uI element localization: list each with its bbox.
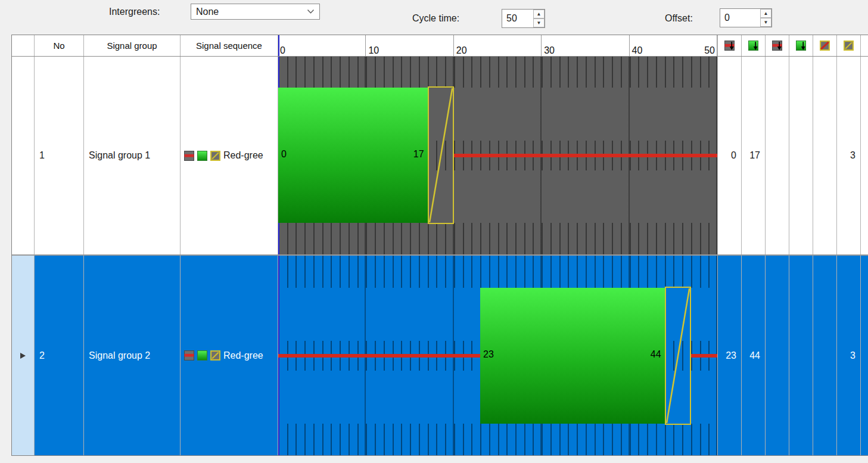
green-end-label: 44 — [651, 349, 661, 360]
chevron-down-icon — [307, 9, 315, 14]
row-1-timing-chart[interactable]: 017 — [278, 57, 718, 254]
second-ticks — [278, 57, 717, 88]
header-red-amber-duration — [813, 35, 837, 56]
row-1-green-end[interactable]: 17 — [742, 57, 766, 254]
header-no: No — [35, 35, 84, 56]
green-phase-icon — [197, 151, 207, 161]
red-phase-line[interactable] — [691, 354, 717, 358]
header-timeline-scale: 01020304050 — [278, 35, 718, 56]
row-2-green-end-2[interactable] — [789, 256, 813, 455]
cycle-time-spinner[interactable]: 50 ▲ ▼ — [502, 9, 545, 28]
row-1-filler — [861, 57, 868, 254]
row-1-no[interactable]: 1 — [35, 57, 84, 254]
timeline-tick-label: 30 — [544, 45, 555, 56]
red-phase-icon — [184, 350, 194, 361]
row-2-red-amber-duration[interactable] — [813, 256, 837, 455]
signal-row-1[interactable]: 1 Signal group 1 Red-gree 017 0 17 3 — [12, 57, 868, 256]
timeline-tick-label: 20 — [456, 45, 467, 56]
timeline-tick-label: 10 — [368, 45, 379, 56]
header-red-end-2 — [766, 35, 789, 56]
row-2-no[interactable]: 2 — [35, 256, 84, 455]
row-1-red-end-2[interactable] — [766, 57, 789, 254]
row-1-red-amber-duration[interactable] — [813, 57, 837, 254]
green-phase-icon — [197, 350, 207, 361]
red-phase-line[interactable] — [454, 154, 717, 157]
sequence-label: Red-gree — [223, 350, 263, 361]
header-signal-group: Signal group — [84, 35, 181, 56]
red-phase-icon — [184, 151, 194, 161]
timeline-tick-label: 0 — [280, 45, 285, 56]
row-1-green-end-2[interactable] — [789, 57, 813, 254]
timeline-tick-label: 50 — [704, 45, 715, 56]
row-2-timing-chart[interactable]: 2344 — [278, 256, 718, 455]
row-2-amber-duration[interactable]: 3 — [837, 256, 861, 455]
cycle-time-label: Cycle time: — [412, 13, 459, 24]
row-2-green-end[interactable]: 44 — [742, 256, 766, 455]
amber-phase-wedge[interactable] — [665, 287, 691, 425]
timeline-tick-label: 40 — [632, 45, 643, 56]
second-ticks — [278, 424, 717, 455]
amber-phase-icon — [210, 151, 220, 161]
red-phase-line[interactable] — [278, 354, 480, 358]
current-row-marker-icon — [20, 352, 26, 359]
green-start-label: 0 — [281, 149, 287, 160]
header-signal-sequence: Signal sequence — [181, 35, 278, 56]
sequence-label: Red-gree — [223, 150, 263, 161]
amber-phase-icon — [210, 350, 220, 361]
offset-down-button[interactable]: ▼ — [760, 18, 771, 27]
red-amber-duration-icon — [820, 41, 830, 51]
row-1-amber-duration[interactable]: 3 — [837, 57, 861, 254]
header-amber-duration — [837, 35, 861, 56]
cycle-time-up-button[interactable]: ▲ — [533, 10, 545, 18]
cycle-time-value[interactable]: 50 — [502, 10, 533, 27]
signal-program-grid: No Signal group Signal sequence 01020304… — [11, 35, 868, 456]
intergreens-label: Intergreens: — [109, 7, 160, 17]
row-2-red-end[interactable]: 23 — [718, 256, 742, 455]
green-phase-bar[interactable] — [480, 288, 665, 424]
red-end-2-icon — [772, 41, 782, 51]
green-phase-bar[interactable] — [278, 88, 428, 223]
offset-value[interactable]: 0 — [720, 9, 760, 27]
row-1-signal-group[interactable]: Signal group 1 — [84, 57, 181, 254]
amber-phase-wedge[interactable] — [428, 86, 454, 224]
row-1-red-end[interactable]: 0 — [718, 57, 742, 254]
green-end-2-icon — [796, 41, 806, 51]
cycle-start-marker — [278, 35, 279, 56]
intergreens-dropdown[interactable]: None — [191, 4, 320, 20]
green-end-icon — [748, 41, 758, 51]
row-2-signal-sequence[interactable]: Red-gree — [181, 256, 278, 455]
offset-label: Offset: — [665, 13, 693, 24]
row-2-selector[interactable] — [12, 256, 35, 455]
red-end-icon — [724, 41, 735, 51]
second-ticks — [278, 256, 717, 288]
offset-up-button[interactable]: ▲ — [760, 9, 771, 18]
row-2-red-end-2[interactable] — [766, 256, 789, 455]
amber-duration-icon — [844, 41, 854, 51]
second-ticks — [278, 223, 717, 254]
row-1-signal-sequence[interactable]: Red-gree — [181, 57, 278, 254]
header-green-end — [742, 35, 766, 56]
signal-row-2[interactable]: 2 Signal group 2 Red-gree 2344 23 44 3 — [12, 256, 868, 456]
intergreens-value: None — [196, 7, 307, 17]
offset-spinner[interactable]: 0 ▲ ▼ — [720, 8, 772, 27]
row-1-selector[interactable] — [12, 57, 35, 254]
header-filler — [861, 35, 868, 56]
header-row-selector — [12, 35, 35, 56]
green-start-label: 23 — [483, 349, 494, 360]
row-2-filler — [861, 256, 868, 455]
header-green-end-2 — [789, 35, 813, 56]
header-red-end — [718, 35, 742, 56]
cycle-time-down-button[interactable]: ▼ — [533, 18, 545, 27]
grid-header-row: No Signal group Signal sequence 01020304… — [12, 35, 868, 57]
green-end-label: 17 — [413, 149, 424, 160]
row-2-signal-group[interactable]: Signal group 2 — [84, 256, 181, 455]
